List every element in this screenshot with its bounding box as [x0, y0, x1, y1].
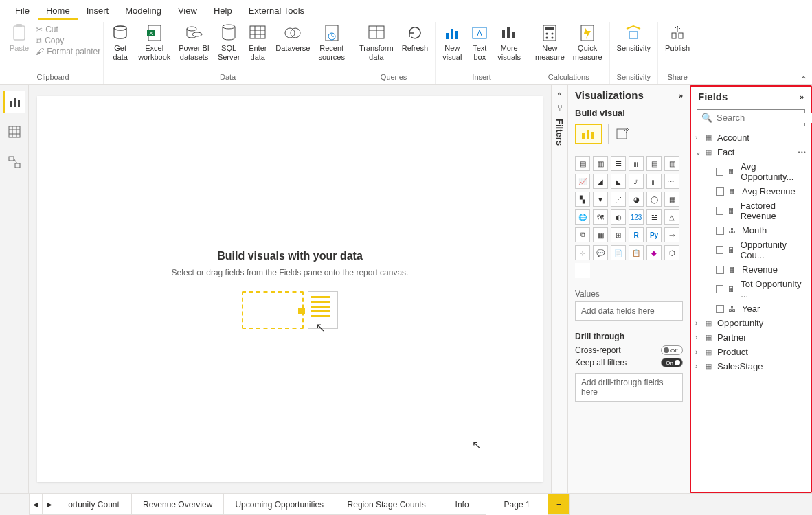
- menu-view[interactable]: View: [170, 3, 205, 20]
- keep-filters-toggle[interactable]: On: [661, 358, 683, 367]
- checkbox[interactable]: [716, 187, 724, 196]
- page-tab-info[interactable]: Info: [438, 494, 486, 515]
- search-input[interactable]: [717, 113, 812, 123]
- key-influencers-icon[interactable]: ⊸: [664, 227, 679, 242]
- checkbox[interactable]: [716, 207, 723, 215]
- transform-data-button[interactable]: Transform data: [355, 22, 398, 63]
- map-icon[interactable]: 🌐: [575, 209, 590, 225]
- menu-insert[interactable]: Insert: [78, 3, 117, 20]
- build-visual-tab[interactable]: [575, 124, 602, 144]
- matrix-icon[interactable]: ⊞: [611, 227, 626, 242]
- page-tab-revenue-overview[interactable]: Revenue Overview: [132, 494, 224, 515]
- python-visual-icon[interactable]: Py: [646, 227, 662, 242]
- publish-button[interactable]: Publish: [661, 22, 694, 54]
- donut-icon[interactable]: ◯: [646, 192, 662, 207]
- tab-nav-next[interactable]: ▶: [43, 494, 56, 515]
- field-tot-opportunity[interactable]: 🖩Tot Opportunity ...: [691, 277, 811, 301]
- field-avg-opportunity[interactable]: 🖩Avg Opportunity...: [691, 159, 811, 184]
- report-canvas[interactable]: Build visuals with your data Select or d…: [37, 96, 543, 482]
- table-fact[interactable]: ⌄▦Fact•••: [691, 145, 811, 159]
- format-visual-tab[interactable]: [608, 124, 635, 144]
- sensitivity-button[interactable]: Sensitivity: [613, 22, 655, 54]
- field-year[interactable]: 🖧Year: [691, 301, 811, 316]
- get-more-visuals-icon[interactable]: ⋯: [575, 263, 590, 278]
- checkbox[interactable]: [716, 285, 723, 293]
- page-tab-region-stage-counts[interactable]: Region Stage Counts: [335, 494, 438, 515]
- page-tab-opportunity-count[interactable]: ortunity Count: [56, 494, 132, 515]
- stacked-bar-icon[interactable]: ▤: [575, 156, 590, 171]
- r-visual-icon[interactable]: R: [629, 227, 644, 242]
- text-box-button[interactable]: AText box: [466, 22, 493, 63]
- field-factored-revenue[interactable]: 🖩Factored Revenue: [691, 198, 811, 223]
- table-account[interactable]: ›▦Account: [691, 130, 811, 145]
- qa-visual-icon[interactable]: 💬: [593, 245, 608, 260]
- new-visual-button[interactable]: New visual: [438, 22, 466, 63]
- model-view-button[interactable]: [3, 151, 25, 173]
- kpi-icon[interactable]: △: [664, 209, 679, 225]
- drill-through-well[interactable]: Add drill-through fields here: [575, 373, 683, 402]
- menu-home[interactable]: Home: [38, 3, 78, 20]
- scatter-icon[interactable]: ⋰: [611, 192, 626, 207]
- power-apps-icon[interactable]: ◆: [646, 245, 662, 260]
- get-data-button[interactable]: Get data: [106, 22, 134, 63]
- page-tab-upcoming-opportunities[interactable]: Upcoming Opportunities: [224, 494, 335, 515]
- page-tab-page1[interactable]: Page 1: [486, 494, 548, 515]
- more-visuals-button[interactable]: More visuals: [493, 22, 525, 63]
- slicer-icon[interactable]: ⧉: [575, 227, 590, 242]
- gauge-icon[interactable]: ◐: [611, 209, 626, 225]
- paginated-report-icon[interactable]: 📋: [629, 245, 644, 260]
- cut-button[interactable]: ✂Cut: [36, 25, 100, 34]
- collapse-ribbon-button[interactable]: ⌃: [800, 74, 808, 85]
- field-revenue[interactable]: 🖩Revenue: [691, 262, 811, 277]
- enter-data-button[interactable]: Enter data: [244, 22, 271, 63]
- menu-external-tools[interactable]: External Tools: [240, 3, 313, 20]
- clustered-column-icon[interactable]: ⫼: [629, 156, 644, 171]
- field-opportunity-count[interactable]: 🖩Opportunity Cou...: [691, 238, 811, 262]
- stacked-column-icon[interactable]: ▥: [593, 156, 608, 171]
- checkbox[interactable]: [716, 305, 724, 313]
- funnel-icon[interactable]: ▼: [593, 192, 608, 207]
- table-opportunity[interactable]: ›▦Opportunity: [691, 316, 811, 330]
- checkbox[interactable]: [716, 227, 724, 235]
- stacked-bar-100-icon[interactable]: ▤: [646, 156, 662, 171]
- line-stacked-column-icon[interactable]: ⫽: [629, 174, 644, 189]
- dataverse-button[interactable]: Dataverse: [271, 22, 314, 54]
- excel-workbook-button[interactable]: XExcel workbook: [134, 22, 174, 63]
- decomposition-tree-icon[interactable]: ⊹: [575, 245, 590, 260]
- table-icon[interactable]: ▦: [593, 227, 608, 242]
- table-partner[interactable]: ›▦Partner: [691, 330, 811, 345]
- checkbox[interactable]: [716, 266, 724, 274]
- area-chart-icon[interactable]: ◢: [593, 174, 608, 189]
- clustered-bar-icon[interactable]: ☰: [611, 156, 626, 171]
- collapse-fields-icon[interactable]: »: [800, 93, 804, 101]
- quick-measure-button[interactable]: Quick measure: [569, 22, 607, 63]
- add-page-button[interactable]: +: [548, 494, 570, 515]
- more-options-icon[interactable]: •••: [798, 149, 807, 156]
- powerbi-datasets-button[interactable]: Power BI datasets: [174, 22, 214, 63]
- collapse-pane-icon[interactable]: »: [679, 91, 683, 100]
- field-avg-revenue[interactable]: 🖩Avg Revenue: [691, 184, 811, 198]
- fields-search[interactable]: 🔍: [697, 109, 805, 126]
- line-clustered-column-icon[interactable]: ⫼: [646, 174, 662, 189]
- menu-help[interactable]: Help: [205, 3, 240, 20]
- cross-report-toggle[interactable]: Off: [661, 345, 683, 355]
- filled-map-icon[interactable]: 🗺: [593, 209, 608, 225]
- table-salesstage[interactable]: ›▦SalesStage: [691, 359, 811, 374]
- menu-modeling[interactable]: Modeling: [117, 3, 170, 20]
- field-month[interactable]: 🖧Month: [691, 223, 811, 238]
- smart-narrative-icon[interactable]: 📄: [611, 245, 626, 260]
- values-well[interactable]: Add data fields here: [575, 301, 683, 321]
- stacked-column-100-icon[interactable]: ▥: [664, 156, 679, 171]
- report-view-button[interactable]: [3, 91, 25, 113]
- paste-button[interactable]: Paste: [5, 22, 33, 54]
- card-icon[interactable]: 123: [629, 209, 644, 225]
- checkbox[interactable]: [716, 168, 723, 176]
- menu-file[interactable]: File: [7, 3, 38, 20]
- recent-sources-button[interactable]: Recent sources: [314, 22, 349, 63]
- table-product[interactable]: ›▦Product: [691, 345, 811, 359]
- treemap-icon[interactable]: ▦: [664, 192, 679, 207]
- ribbon-chart-icon[interactable]: 〰: [664, 174, 679, 189]
- sql-server-button[interactable]: SQL Server: [214, 22, 244, 63]
- tab-nav-prev[interactable]: ◀: [29, 494, 43, 515]
- checkbox[interactable]: [716, 246, 723, 254]
